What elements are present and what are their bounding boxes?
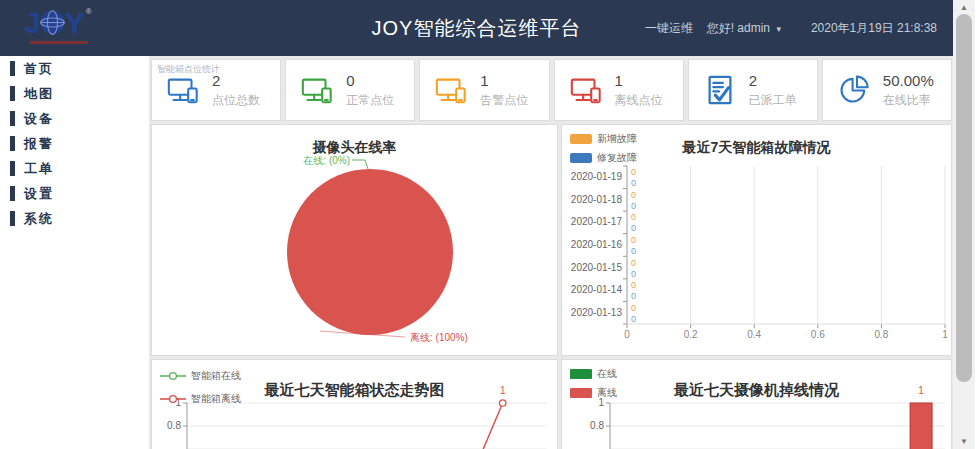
sidebar-item-label: 设备: [24, 110, 54, 128]
sidebar-item-settings[interactable]: 设置: [0, 181, 149, 206]
chart-text: 0: [631, 246, 636, 256]
scroll-down-icon[interactable]: ▼: [953, 437, 975, 446]
fault-chart-panel: 新增故障修复故障 最近7天智能箱故障情况 00.20.40.60.812020-…: [561, 124, 952, 356]
sidebar-item-label: 设置: [24, 185, 54, 203]
sidebar-item-label: 报警: [24, 135, 54, 153]
chart-text: 0: [631, 178, 636, 188]
stat-card-dispatched-orders[interactable]: 2已派工单: [688, 59, 818, 121]
chart-text: 0.2: [684, 329, 698, 340]
chart-text: 0: [631, 212, 636, 222]
chart-title: 摄像头在线率: [152, 139, 557, 157]
legend-item[interactable]: 智能箱在线: [160, 367, 241, 385]
chart-text: 0: [631, 280, 636, 290]
chart-text: 0: [631, 235, 636, 245]
registered-mark: ®: [86, 8, 92, 16]
chart-text: 0.8: [167, 420, 181, 431]
menu-bullet-icon: [10, 211, 15, 226]
sidebar-item-map[interactable]: 地图: [0, 81, 149, 106]
sidebar-item-workorder[interactable]: 工单: [0, 156, 149, 181]
menu-bullet-icon: [10, 86, 15, 101]
sidebar-item-label: 系统: [24, 210, 54, 228]
chart-text: 0: [631, 303, 636, 313]
scrollbar-thumb[interactable]: [956, 14, 972, 382]
sidebar-item-alarm[interactable]: 报警: [0, 131, 149, 156]
quick-ops-link[interactable]: 一键运维: [645, 20, 693, 37]
menu-bullet-icon: [10, 136, 15, 151]
stat-card-alarm-points[interactable]: 1告警点位: [419, 59, 549, 121]
chart-text: 0: [631, 190, 636, 200]
checklist-icon: [703, 73, 737, 107]
legend-item[interactable]: 智能箱离线: [160, 390, 241, 408]
legend-item[interactable]: 在线: [570, 367, 617, 381]
stat-card-online-rate[interactable]: 50.00%在线比率: [822, 59, 952, 121]
sidebar-item-label: 工单: [24, 160, 54, 178]
legend-item[interactable]: 离线: [570, 386, 617, 400]
menu-bullet-icon: [10, 61, 15, 76]
app-root: J Y ® JOY智能综合运维平台 一键运维 您好! admin ▾ 2020年…: [0, 0, 953, 449]
logo-letter-first: J: [24, 8, 40, 38]
sidebar-nav: 首页地图设备报警工单设置系统: [0, 56, 149, 449]
legend-label: 智能箱离线: [191, 392, 241, 406]
main-content: 智能箱点位统计2点位总数0正常点位1告警点位1离线点位2已派工单50.00%在线…: [149, 56, 953, 449]
legend-line-marker-icon: [160, 390, 186, 408]
stat-info: 2点位总数: [212, 72, 260, 109]
sidebar-item-home[interactable]: 首页: [0, 56, 149, 81]
sidebar-item-device[interactable]: 设备: [0, 106, 149, 131]
chart-text: 2020-01-17: [571, 216, 623, 227]
chevron-down-icon: ▾: [776, 24, 781, 34]
chart-text: 2020-01-18: [571, 194, 623, 205]
monitor-phone-icon: [166, 73, 200, 107]
chart-text: 0.8: [590, 420, 604, 431]
stat-card-normal-points[interactable]: 0正常点位: [285, 59, 415, 121]
monitor-phone-icon: [300, 73, 334, 107]
app-header: J Y ® JOY智能综合运维平台 一键运维 您好! admin ▾ 2020年…: [0, 0, 953, 56]
stat-info: 1离线点位: [615, 72, 663, 109]
stat-info: 1告警点位: [480, 72, 528, 109]
legend-label: 新增故障: [597, 132, 637, 146]
stat-label: 已派工单: [749, 92, 797, 109]
chart-text: 0.6: [811, 329, 825, 340]
legend-swatch-icon: [570, 153, 592, 163]
page-scrollbar[interactable]: ▲ ▼: [953, 0, 975, 449]
header-right: 一键运维 您好! admin ▾ 2020年1月19日 21:8:38: [645, 0, 937, 56]
pie-icon: [837, 73, 871, 107]
user-menu[interactable]: 您好! admin ▾: [707, 20, 781, 37]
stat-info: 50.00%在线比率: [883, 72, 934, 109]
legend-label: 在线: [597, 367, 617, 381]
menu-bullet-icon: [10, 161, 15, 176]
legend-swatch-icon: [570, 134, 592, 144]
pie-chart-panel: 摄像头在线率 在线: (0%)离线: (100%): [151, 124, 558, 356]
legend-swatch-icon: [570, 369, 592, 379]
charts-row-1: 摄像头在线率 在线: (0%)离线: (100%) 新增故障修复故障 最近7天智…: [151, 124, 952, 356]
stat-label: 离线点位: [615, 92, 663, 109]
stat-card-total-points[interactable]: 智能箱点位统计2点位总数: [151, 59, 281, 121]
monitor-phone-icon: [434, 73, 468, 107]
trend-chart-panel: 智能箱在线智能箱离线 最近七天智能箱状态走势图 10.81: [151, 359, 558, 449]
chart-text: 0: [631, 291, 636, 301]
chart-text: 0: [631, 258, 636, 268]
legend-label: 修复故障: [597, 151, 637, 165]
chart-text: 0: [631, 314, 636, 324]
chart-text: 0.4: [747, 329, 761, 340]
stats-group-label: 智能箱点位统计: [157, 63, 220, 76]
scroll-up-icon[interactable]: ▲: [953, 3, 975, 12]
joy-logo[interactable]: J Y ®: [24, 8, 92, 38]
chart-text: 0: [631, 223, 636, 233]
chart-text: 2020-01-19: [571, 171, 623, 182]
sidebar-item-label: 首页: [24, 60, 54, 78]
stat-card-offline-points[interactable]: 1离线点位: [554, 59, 684, 121]
chart-text: 0: [631, 167, 636, 177]
stat-value: 1: [480, 72, 528, 89]
menu-bullet-icon: [10, 111, 15, 126]
legend-item[interactable]: 新增故障: [570, 132, 637, 146]
stat-value: 0: [346, 72, 394, 89]
chart-text: 2020-01-15: [571, 262, 623, 273]
page-title: JOY智能综合运维平台: [372, 15, 582, 42]
logo-subtext-bar: [30, 41, 88, 44]
globe-icon: [40, 8, 65, 36]
sidebar-item-system[interactable]: 系统: [0, 206, 149, 231]
stat-label: 点位总数: [212, 92, 260, 109]
legend-item[interactable]: 修复故障: [570, 151, 637, 165]
sidebar-item-label: 地图: [24, 85, 54, 103]
monitor-phone-icon: [569, 73, 603, 107]
